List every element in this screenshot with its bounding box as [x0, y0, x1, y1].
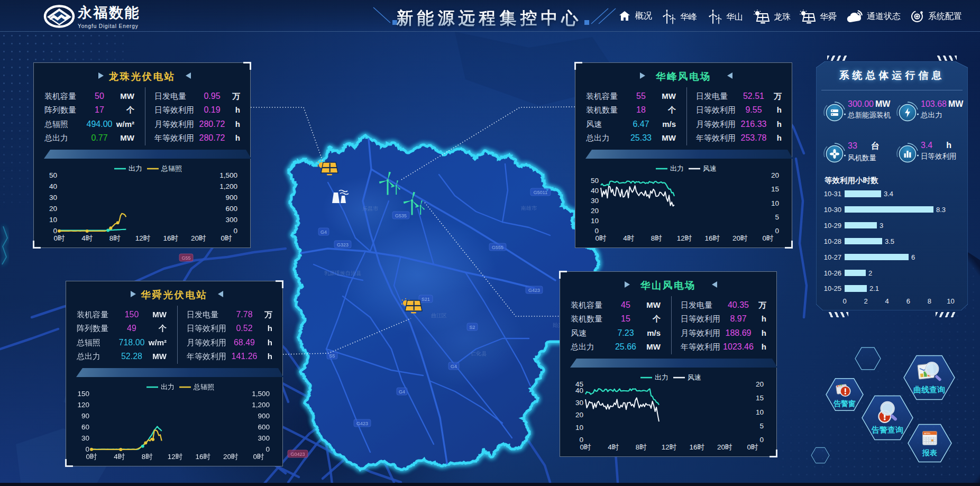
svg-text:0: 0	[579, 436, 583, 444]
svg-text:16时: 16时	[704, 234, 720, 242]
svg-text:乳源瑶族自治县: 乳源瑶族自治县	[324, 270, 362, 276]
svg-text:风速: 风速	[703, 164, 717, 172]
svg-text:G423: G423	[528, 288, 540, 293]
svg-text:告警查询: 告警查询	[871, 425, 903, 434]
svg-text:S5: S5	[329, 353, 335, 359]
svg-text:150: 150	[77, 390, 89, 398]
svg-text:出力: 出力	[670, 164, 684, 172]
svg-text:G4: G4	[451, 364, 457, 369]
svg-text:4时: 4时	[81, 234, 93, 242]
svg-text:40: 40	[591, 187, 599, 195]
svg-text:仁化县: 仁化县	[471, 351, 487, 356]
svg-text:5: 5	[775, 213, 779, 221]
svg-text:12时: 12时	[135, 234, 151, 242]
svg-text:G4: G4	[320, 230, 327, 235]
svg-text:16时: 16时	[689, 443, 704, 451]
svg-text:10: 10	[756, 408, 764, 416]
svg-text:0时: 0时	[762, 234, 774, 242]
svg-text:8时: 8时	[142, 453, 153, 461]
svg-text:20时: 20时	[223, 453, 239, 461]
svg-text:10: 10	[591, 217, 599, 225]
svg-text:曲江区: 曲江区	[431, 313, 447, 318]
svg-text:G423: G423	[356, 421, 368, 426]
svg-text:30: 30	[49, 194, 57, 201]
svg-text:10: 10	[575, 424, 583, 432]
svg-text:16时: 16时	[163, 234, 178, 242]
svg-text:1,200: 1,200	[219, 182, 237, 190]
svg-text:30: 30	[81, 434, 89, 442]
svg-text:南雄市: 南雄市	[521, 205, 537, 211]
svg-text:8时: 8时	[636, 443, 647, 451]
svg-text:20: 20	[771, 171, 779, 179]
svg-text:90: 90	[81, 412, 89, 420]
svg-text:G55: G55	[181, 255, 190, 261]
svg-text:15: 15	[771, 185, 779, 193]
svg-text:0: 0	[594, 227, 599, 235]
svg-text:600: 600	[225, 205, 237, 213]
svg-text:1,500: 1,500	[252, 390, 270, 398]
svg-text:10: 10	[771, 199, 779, 207]
svg-text:4时: 4时	[114, 453, 125, 461]
svg-text:300: 300	[225, 216, 237, 224]
svg-text:15: 15	[756, 394, 764, 402]
svg-text:曲线查询: 曲线查询	[913, 385, 945, 394]
svg-text:0: 0	[53, 227, 57, 235]
svg-text:G555: G555	[492, 245, 503, 250]
svg-text:12时: 12时	[662, 443, 677, 451]
svg-text:20时: 20时	[191, 234, 206, 242]
svg-text:出力: 出力	[129, 164, 142, 172]
svg-text:30: 30	[591, 197, 599, 205]
svg-text:S21: S21	[422, 297, 430, 302]
svg-text:20时: 20时	[732, 234, 748, 242]
svg-text:总辐照: 总辐照	[161, 164, 182, 172]
svg-text:乐昌市: 乐昌市	[362, 206, 379, 212]
svg-text:0: 0	[233, 227, 237, 235]
svg-text:4时: 4时	[608, 443, 619, 451]
svg-text:20: 20	[756, 380, 764, 388]
svg-text:5: 5	[759, 422, 764, 430]
svg-text:报表: 报表	[922, 448, 937, 457]
svg-text:0时: 0时	[253, 453, 264, 461]
svg-text:0时: 0时	[221, 234, 232, 242]
svg-text:0时: 0时	[86, 453, 97, 461]
svg-text:G0423: G0423	[290, 452, 305, 457]
svg-text:4时: 4时	[623, 234, 635, 242]
svg-text:APRIL: APRIL	[924, 432, 931, 435]
svg-text:G535: G535	[395, 213, 407, 218]
svg-text:告警窗: 告警窗	[834, 399, 856, 408]
svg-text:50: 50	[591, 177, 599, 185]
svg-text:1,200: 1,200	[252, 401, 270, 409]
svg-text:50: 50	[49, 171, 57, 179]
svg-text:8时: 8时	[651, 234, 663, 242]
svg-text:G4: G4	[399, 389, 405, 395]
svg-text:900: 900	[258, 412, 270, 420]
svg-text:G323: G323	[337, 242, 349, 247]
svg-text:0: 0	[85, 445, 89, 453]
svg-text:0时: 0时	[747, 443, 758, 451]
svg-text:20: 20	[49, 205, 57, 213]
svg-text:0时: 0时	[580, 443, 591, 451]
svg-text:0: 0	[265, 445, 270, 453]
svg-text:10: 10	[49, 216, 57, 224]
svg-text:G5011: G5011	[534, 190, 547, 195]
svg-text:20: 20	[591, 207, 599, 215]
svg-text:0时: 0时	[595, 234, 607, 242]
svg-text:出力: 出力	[655, 373, 668, 381]
svg-text:300: 300	[258, 434, 270, 442]
svg-text:1,500: 1,500	[219, 171, 237, 179]
svg-text:S2: S2	[469, 325, 475, 330]
svg-text:40: 40	[575, 387, 583, 395]
svg-text:60: 60	[81, 423, 89, 431]
svg-text:20时: 20时	[717, 443, 732, 451]
svg-text:0: 0	[759, 436, 764, 444]
svg-text:8时: 8时	[109, 234, 121, 242]
svg-text:40: 40	[49, 182, 57, 190]
svg-text:0时: 0时	[53, 234, 65, 242]
svg-text:12时: 12时	[677, 234, 692, 242]
svg-text:出力: 出力	[161, 383, 175, 391]
svg-text:12时: 12时	[168, 453, 183, 461]
svg-text:120: 120	[77, 401, 89, 409]
svg-text:900: 900	[225, 194, 237, 201]
svg-text:总辐照: 总辐照	[193, 383, 214, 391]
svg-text:风速: 风速	[688, 373, 701, 381]
